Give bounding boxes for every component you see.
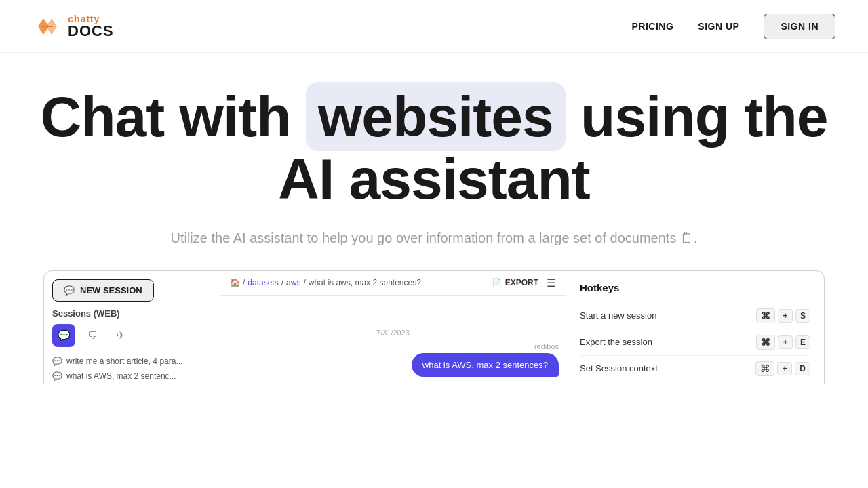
hotkey-combo-new-session: ⌘ + S [756, 308, 810, 323]
session-item[interactable]: 💬 write me a short article, 4 para... [52, 354, 212, 369]
session-icon: 💬 [52, 357, 62, 366]
hotkey-row-export: Export the session ⌘ + E [580, 329, 810, 356]
hotkeys-panel: Hotkeys Start a new session ⌘ + S Export… [566, 271, 824, 384]
sessions-label: Sessions (WEB) [52, 308, 212, 319]
key-cmd: ⌘ [756, 308, 775, 323]
date-divider: 7/31/2023 [376, 329, 410, 337]
session-icon: 💬 [52, 371, 62, 381]
hotkeys-title: Hotkeys [580, 282, 810, 293]
chat-topbar: 🏠 / datasets / aws / what is aws, max 2 … [220, 271, 566, 296]
tab-bubble-icon[interactable]: 🗨 [81, 324, 104, 347]
session-text-2: what is AWS, max 2 sentenc... [66, 371, 176, 381]
key-cmd: ⌘ [755, 361, 774, 376]
export-button[interactable]: 📄 EXPORT [492, 278, 538, 287]
logo-text: chatty DOCS [68, 14, 114, 39]
hotkey-label-context: Set Session context [580, 363, 658, 373]
export-label: EXPORT [505, 278, 538, 287]
hotkey-row-context: Set Session context ⌘ + D [580, 356, 810, 382]
breadcrumb: 🏠 / datasets / aws / what is aws, max 2 … [230, 278, 421, 287]
key-plus: + [778, 309, 793, 323]
hero-subtitle: Utilize the AI assistant to help you go … [0, 227, 868, 249]
home-icon[interactable]: 🏠 [230, 278, 240, 287]
breadcrumb-separator: / [303, 278, 305, 287]
chat-bubble: what is AWS, max 2 sentences? [412, 353, 559, 377]
key-plus: + [777, 362, 792, 375]
logo[interactable]: chatty DOCS [33, 12, 114, 41]
breadcrumb-separator: / [281, 278, 283, 287]
hero-line1-end: using the [580, 85, 827, 148]
hero-highlight: websites [306, 82, 566, 151]
tab-send-icon[interactable]: ✈ [109, 324, 132, 347]
hotkey-combo-export: ⌘ + E [756, 335, 810, 350]
tab-icons-row: 💬 🗨 ✈ [52, 324, 212, 347]
breadcrumb-query: what is aws, max 2 sentences? [309, 278, 421, 287]
chat-sender: redibos [534, 342, 559, 350]
session-item[interactable]: 💬 what is AWS, max 2 sentenc... [52, 369, 212, 384]
hotkey-label-export: Export the session [580, 337, 652, 347]
hotkey-combo-context: ⌘ + D [755, 361, 810, 376]
menu-icon[interactable]: ☰ [547, 277, 556, 289]
key-plus: + [778, 336, 793, 349]
logo-icon [33, 12, 62, 41]
navbar: chatty DOCS PRICING SIGN UP SIGN IN [0, 0, 868, 53]
breadcrumb-aws[interactable]: aws [286, 278, 300, 287]
key-cmd: ⌘ [756, 335, 775, 350]
nav-links: PRICING SIGN UP SIGN IN [631, 14, 835, 39]
chat-icon: 💬 [64, 285, 75, 296]
new-session-label: NEW SESSION [80, 285, 142, 296]
key-s: S [795, 309, 810, 323]
breadcrumb-datasets[interactable]: datasets [248, 278, 278, 287]
logo-docs-label: DOCS [68, 24, 114, 39]
signin-button[interactable]: SIGN IN [764, 14, 835, 39]
hero-line2: AI assistant [278, 147, 590, 211]
hero-line1-start: Chat with [41, 85, 291, 148]
pricing-link[interactable]: PRICING [631, 21, 673, 32]
sessions-panel: 💬 NEW SESSION Sessions (WEB) 💬 🗨 ✈ 💬 wri… [44, 271, 220, 384]
breadcrumb-separator: / [243, 278, 245, 287]
chat-messages: 7/31/2023 redibos what is AWS, max 2 sen… [220, 296, 566, 384]
hotkey-label-new-session: Start a new session [580, 310, 656, 321]
preview-panel: 💬 NEW SESSION Sessions (WEB) 💬 🗨 ✈ 💬 wri… [43, 270, 825, 384]
hero-headline: Chat with websites using the AI assistan… [0, 85, 868, 211]
key-d: D [795, 362, 810, 375]
new-session-button[interactable]: 💬 NEW SESSION [52, 279, 154, 302]
tab-chat-icon[interactable]: 💬 [52, 324, 75, 347]
hotkey-row-new-session: Start a new session ⌘ + S [580, 303, 810, 329]
signup-link[interactable]: SIGN UP [698, 21, 739, 32]
export-icon: 📄 [492, 278, 502, 287]
chat-panel: 🏠 / datasets / aws / what is aws, max 2 … [220, 271, 566, 384]
session-text-1: write me a short article, 4 para... [66, 357, 182, 366]
key-e: E [795, 336, 810, 349]
hero-section: Chat with websites using the AI assistan… [0, 53, 868, 249]
